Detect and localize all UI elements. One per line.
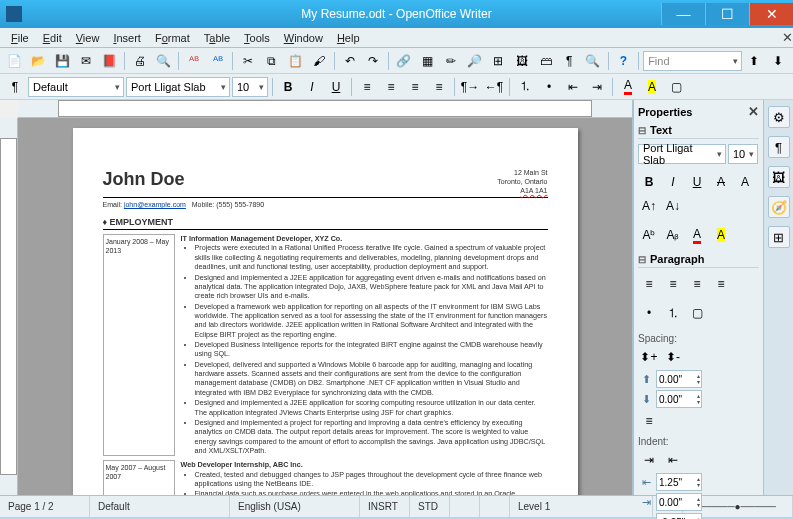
indent-icon[interactable]: ⇥ — [586, 76, 608, 98]
pdf-icon[interactable]: 📕 — [98, 50, 120, 72]
resume-name[interactable]: John Doe — [103, 168, 185, 191]
navigator-icon[interactable]: ⊞ — [488, 50, 510, 72]
close-button[interactable]: ✕ — [749, 3, 793, 25]
status-language[interactable]: English (USA) — [230, 496, 360, 517]
sb-strike-icon[interactable]: A — [710, 171, 732, 193]
vertical-ruler[interactable] — [0, 118, 18, 495]
sb-italic-icon[interactable]: I — [662, 171, 684, 193]
gallery-icon[interactable]: 🖼 — [511, 50, 533, 72]
new-doc-icon[interactable]: 📄 — [4, 50, 26, 72]
align-left-icon[interactable]: ≡ — [356, 76, 378, 98]
sb-sub-icon[interactable]: Aᵦ — [662, 224, 684, 246]
paste-icon[interactable]: 📋 — [285, 50, 307, 72]
functions-tab-icon[interactable]: ⊞ — [768, 226, 790, 248]
bullet-item[interactable]: Designed and implemented a J2EE applicat… — [195, 273, 548, 301]
job-title-1[interactable]: IT Information Management Developer, XYZ… — [181, 234, 548, 243]
open-icon[interactable]: 📂 — [28, 50, 50, 72]
space-below-input[interactable]: 0.00" — [656, 390, 702, 408]
ltr-icon[interactable]: ¶→ — [459, 76, 481, 98]
sb-size-combo[interactable]: 10 — [728, 144, 758, 164]
styles-icon[interactable]: ¶ — [4, 76, 26, 98]
address-block[interactable]: 12 Main St Toronto, Ontario A1A 1A1 — [497, 168, 547, 195]
sb-grow-icon[interactable]: A↑ — [638, 195, 660, 217]
bg-color-icon[interactable]: ▢ — [665, 76, 687, 98]
sb-dec-space-icon[interactable]: ⬍- — [662, 346, 684, 368]
format-paint-icon[interactable]: 🖌 — [308, 50, 330, 72]
italic-icon[interactable]: I — [301, 76, 323, 98]
menu-tools[interactable]: Tools — [237, 30, 277, 46]
align-center-icon[interactable]: ≡ — [380, 76, 402, 98]
datasource-icon[interactable]: 🗃 — [535, 50, 557, 72]
employment-heading[interactable]: ♦ EMPLOYMENT — [103, 217, 548, 230]
date-range-2[interactable]: May 2007 – August 2007 — [103, 460, 175, 495]
sb-shrink-icon[interactable]: A↓ — [662, 195, 684, 217]
sb-bgcolor-icon[interactable]: ▢ — [686, 302, 708, 324]
bullet-item[interactable]: Developed a framework web application fo… — [195, 302, 548, 339]
find-prev-icon[interactable]: ⬆ — [744, 50, 766, 72]
menu-edit[interactable]: Edit — [36, 30, 69, 46]
find-input[interactable]: Find — [643, 51, 742, 71]
bullet-item[interactable]: Created, tested and debugged changes to … — [195, 470, 548, 489]
number-list-icon[interactable]: ⒈ — [514, 76, 536, 98]
indent-right-input[interactable]: 0.00" — [656, 493, 702, 511]
document-canvas[interactable]: John Doe 12 Main St Toronto, Ontario A1A… — [18, 118, 632, 495]
doc-close-icon[interactable]: ✕ — [782, 30, 793, 45]
indent-left-input[interactable]: 1.25" — [656, 473, 702, 491]
sb-shadow-icon[interactable]: A — [734, 171, 756, 193]
sb-underline-icon[interactable]: U — [686, 171, 708, 193]
bullet-item[interactable]: Designed and implemented a project for r… — [195, 418, 548, 455]
properties-tab-icon[interactable]: ⚙ — [768, 106, 790, 128]
bullet-item[interactable]: Designed and implemented a J2EE applicat… — [195, 398, 548, 417]
navigator-tab-icon[interactable]: 🧭 — [768, 196, 790, 218]
paragraph-section-header[interactable]: Paragraph — [638, 251, 759, 268]
sb-align-left-icon[interactable]: ≡ — [638, 273, 660, 295]
table-icon[interactable]: ▦ — [417, 50, 439, 72]
sb-fontcolor-icon[interactable]: A — [686, 224, 708, 246]
menu-table[interactable]: Table — [197, 30, 237, 46]
outdent-icon[interactable]: ⇤ — [562, 76, 584, 98]
sb-inc-indent-icon[interactable]: ⇥ — [638, 449, 660, 471]
preview-icon[interactable]: 🔍 — [153, 50, 175, 72]
menu-format[interactable]: Format — [148, 30, 197, 46]
print-icon[interactable]: 🖨 — [129, 50, 151, 72]
minimize-button[interactable]: — — [661, 3, 705, 25]
bullet-list-icon[interactable]: • — [538, 76, 560, 98]
gallery-tab-icon[interactable]: 🖼 — [768, 166, 790, 188]
bullet-item[interactable]: Developed, delivered and supported a Win… — [195, 360, 548, 397]
space-above-input[interactable]: 0.00" — [656, 370, 702, 388]
rtl-icon[interactable]: ←¶ — [483, 76, 505, 98]
save-icon[interactable]: 💾 — [51, 50, 73, 72]
bullet-item[interactable]: Projects were executed in a Rational Uni… — [195, 243, 548, 271]
menu-help[interactable]: Help — [330, 30, 367, 46]
font-name-combo[interactable]: Port Lligat Slab — [126, 77, 230, 97]
bold-icon[interactable]: B — [277, 76, 299, 98]
menu-file[interactable]: File — [4, 30, 36, 46]
status-page[interactable]: Page 1 / 2 — [0, 496, 90, 517]
redo-icon[interactable]: ↷ — [362, 50, 384, 72]
job-title-2[interactable]: Web Developer Internship, ABC Inc. — [181, 460, 548, 469]
status-style[interactable]: Default — [90, 496, 230, 517]
spellcheck-icon[interactable]: ᴬᴮ — [183, 50, 205, 72]
status-selmode[interactable]: STD — [410, 496, 450, 517]
maximize-button[interactable]: ☐ — [705, 3, 749, 25]
sb-bold-icon[interactable]: B — [638, 171, 660, 193]
sb-dec-indent-icon[interactable]: ⇤ — [662, 449, 684, 471]
align-justify-icon[interactable]: ≡ — [428, 76, 450, 98]
email-icon[interactable]: ✉ — [75, 50, 97, 72]
sb-bullets-icon[interactable]: • — [638, 302, 660, 324]
sb-super-icon[interactable]: Aᵇ — [638, 224, 660, 246]
cut-icon[interactable]: ✂ — [237, 50, 259, 72]
autospell-icon[interactable]: ᴬᴮ — [207, 50, 229, 72]
sb-align-justify-icon[interactable]: ≡ — [710, 273, 732, 295]
underline-icon[interactable]: U — [325, 76, 347, 98]
font-color-icon[interactable]: A — [617, 76, 639, 98]
sb-inc-space-icon[interactable]: ⬍+ — [638, 346, 660, 368]
status-outline[interactable]: Level 1 — [510, 496, 653, 517]
sb-linespace-icon[interactable]: ≡ — [638, 410, 660, 432]
find-icon[interactable]: 🔎 — [464, 50, 486, 72]
drawing-icon[interactable]: ✏ — [440, 50, 462, 72]
horizontal-ruler[interactable] — [18, 100, 632, 118]
sb-numbers-icon[interactable]: ⒈ — [662, 302, 684, 324]
status-insert[interactable]: INSRT — [360, 496, 410, 517]
indent-first-input[interactable]: -0.25" — [656, 513, 702, 519]
